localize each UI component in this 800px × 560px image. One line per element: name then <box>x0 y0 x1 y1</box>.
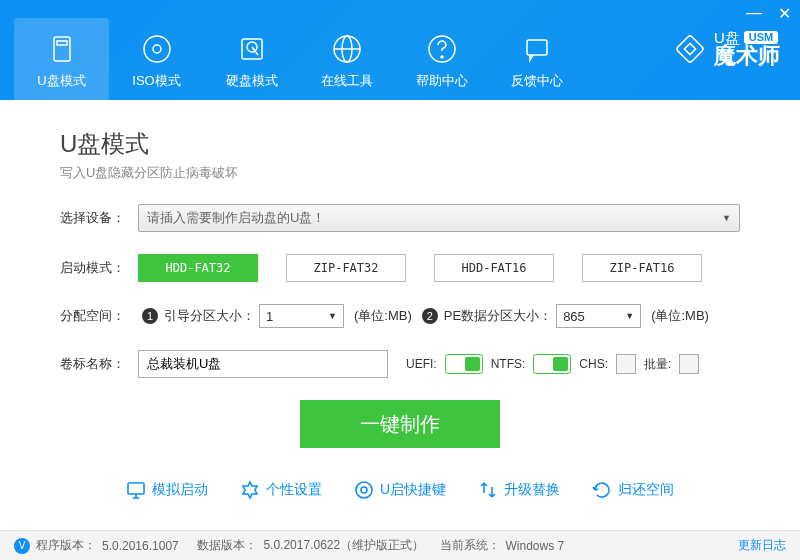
disc-icon <box>140 32 174 66</box>
changelog-link[interactable]: 更新日志 <box>738 537 786 554</box>
prog-version: 5.0.2016.1007 <box>102 539 179 553</box>
create-button[interactable]: 一键制作 <box>300 400 500 448</box>
pe-data-label: PE数据分区大小： <box>444 307 552 325</box>
data-version-label: 数据版本： <box>197 537 257 554</box>
svg-point-2 <box>144 36 170 62</box>
tab-feedback[interactable]: 反馈中心 <box>489 18 584 100</box>
chs-checkbox[interactable] <box>616 354 636 374</box>
mode-zip-fat16[interactable]: ZIP-FAT16 <box>582 254 702 282</box>
tab-label: 在线工具 <box>321 72 373 90</box>
step-1-badge: 1 <box>142 308 158 324</box>
tab-label: 帮助中心 <box>416 72 468 90</box>
ntfs-toggle[interactable] <box>533 354 571 374</box>
device-select[interactable]: 请插入需要制作启动盘的U盘！ <box>138 204 740 232</box>
tool-personalize[interactable]: 个性设置 <box>240 480 322 500</box>
tab-iso-mode[interactable]: ISO模式 <box>109 18 204 100</box>
feedback-icon <box>520 32 554 66</box>
svg-rect-1 <box>57 41 67 45</box>
boot-size-select[interactable]: 1 <box>259 304 344 328</box>
app-logo: U盘USM 魔术师 <box>672 30 780 67</box>
boot-part-label: 引导分区大小： <box>164 307 255 325</box>
tool-restore-space[interactable]: 归还空间 <box>592 480 674 500</box>
tab-label: ISO模式 <box>132 72 180 90</box>
version-badge-icon: V <box>14 538 30 554</box>
batch-label: 批量: <box>644 356 671 373</box>
svg-point-19 <box>361 487 367 493</box>
alloc-label: 分配空间： <box>60 307 138 325</box>
uefi-label: UEFI: <box>406 357 437 371</box>
volume-input[interactable] <box>138 350 388 378</box>
tab-label: 硬盘模式 <box>226 72 278 90</box>
hdd-icon <box>235 32 269 66</box>
mode-hdd-fat32[interactable]: HDD-FAT32 <box>138 254 258 282</box>
tab-online-tools[interactable]: 在线工具 <box>299 18 394 100</box>
tab-label: U盘模式 <box>37 72 85 90</box>
unit-label: (单位:MB) <box>651 307 709 325</box>
svg-point-18 <box>356 482 372 498</box>
pe-size-select[interactable]: 865 <box>556 304 641 328</box>
batch-checkbox[interactable] <box>679 354 699 374</box>
svg-rect-12 <box>527 40 547 55</box>
os-value: Windows 7 <box>506 539 565 553</box>
close-button[interactable]: ✕ <box>776 4 792 23</box>
tab-label: 反馈中心 <box>511 72 563 90</box>
chs-label: CHS: <box>579 357 608 371</box>
tool-upgrade[interactable]: 升级替换 <box>478 480 560 500</box>
minimize-button[interactable]: — <box>746 4 762 23</box>
svg-rect-14 <box>684 43 695 54</box>
prog-version-label: 程序版本： <box>36 537 96 554</box>
svg-rect-13 <box>676 34 704 62</box>
page-title: U盘模式 <box>60 128 740 160</box>
os-label: 当前系统： <box>440 537 500 554</box>
statusbar: V 程序版本：5.0.2016.1007 数据版本：5.0.2017.0622（… <box>0 530 800 560</box>
data-version: 5.0.2017.0622（维护版正式） <box>263 537 424 554</box>
volume-label: 卷标名称： <box>60 355 138 373</box>
tool-simulate-boot[interactable]: 模拟启动 <box>126 480 208 500</box>
help-icon <box>425 32 459 66</box>
tool-hotkey[interactable]: U启快捷键 <box>354 480 446 500</box>
uefi-toggle[interactable] <box>445 354 483 374</box>
device-label: 选择设备： <box>60 209 138 227</box>
svg-point-11 <box>441 56 443 58</box>
boot-mode-label: 启动模式： <box>60 259 138 277</box>
tab-hdd-mode[interactable]: 硬盘模式 <box>204 18 299 100</box>
titlebar: — ✕ U盘模式 ISO模式 硬盘模式 在线工具 帮助中心 反馈中心 <box>0 0 800 100</box>
tab-help[interactable]: 帮助中心 <box>394 18 489 100</box>
svg-rect-15 <box>128 483 144 494</box>
tab-usb-mode[interactable]: U盘模式 <box>14 18 109 100</box>
mode-hdd-fat16[interactable]: HDD-FAT16 <box>434 254 554 282</box>
ntfs-label: NTFS: <box>491 357 526 371</box>
unit-label: (单位:MB) <box>354 307 412 325</box>
step-2-badge: 2 <box>422 308 438 324</box>
page-subtitle: 写入U盘隐藏分区防止病毒破坏 <box>60 164 740 182</box>
svg-point-3 <box>153 45 161 53</box>
usb-icon <box>45 32 79 66</box>
globe-icon <box>330 32 364 66</box>
mode-zip-fat32[interactable]: ZIP-FAT32 <box>286 254 406 282</box>
